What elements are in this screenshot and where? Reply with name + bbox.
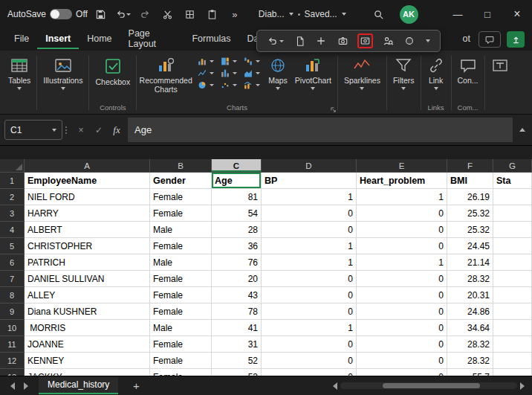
confirm-entry-button[interactable]: ✓: [91, 122, 107, 138]
avatar[interactable]: AK: [400, 5, 418, 24]
tab-insert[interactable]: Insert: [37, 30, 79, 49]
tab-partial-right[interactable]: ot: [455, 30, 479, 49]
search-button[interactable]: [370, 5, 388, 23]
cell-E10[interactable]: 0: [357, 320, 447, 336]
recommended-charts-button[interactable]: Recommended Charts: [139, 54, 192, 97]
cell-A10[interactable]: MORRIS: [25, 320, 150, 336]
cell-E4[interactable]: 0: [357, 222, 447, 238]
formula-bar-expand-button[interactable]: [513, 115, 532, 145]
cell-G3[interactable]: [493, 205, 532, 222]
cell-F13[interactable]: 55.7: [447, 369, 493, 376]
cell-E5[interactable]: 0: [357, 238, 447, 254]
cell-C9[interactable]: 78: [212, 304, 262, 320]
tables-button[interactable]: Tables: [4, 54, 34, 93]
pie-chart-button[interactable]: [195, 80, 215, 91]
insert-cells-button[interactable]: [314, 34, 328, 48]
row-header-6[interactable]: 6: [0, 254, 25, 271]
cell-B8[interactable]: Female: [150, 287, 212, 304]
tab-formulas[interactable]: Formulas: [184, 30, 239, 49]
row-header-10[interactable]: 10: [0, 320, 25, 336]
save-button[interactable]: [92, 5, 110, 23]
cell-C10[interactable]: 41: [212, 320, 262, 336]
name-box[interactable]: C1: [4, 120, 62, 140]
row-header-13[interactable]: 13: [0, 369, 25, 376]
cell-E2[interactable]: 1: [357, 189, 447, 205]
cancel-entry-button[interactable]: ×: [73, 122, 89, 138]
cell-G7[interactable]: [493, 271, 532, 287]
cell-E12[interactable]: 0: [357, 353, 447, 369]
cell-B6[interactable]: Male: [150, 254, 212, 271]
camera-button[interactable]: [336, 34, 350, 48]
cell-D4[interactable]: 0: [262, 222, 357, 238]
scroll-right-icon[interactable]: [520, 382, 525, 390]
cell-A13[interactable]: JACKKY: [25, 369, 150, 376]
formula-bar-handle[interactable]: [62, 115, 70, 145]
cell-A1[interactable]: EmployeeName: [25, 173, 150, 189]
cell-D11[interactable]: 0: [262, 336, 357, 353]
cell-F12[interactable]: 28.32: [447, 353, 493, 369]
maximize-button[interactable]: □: [473, 0, 502, 28]
row-header-3[interactable]: 3: [0, 205, 25, 222]
toolbar-overflow-button[interactable]: »: [226, 5, 244, 23]
row-header-4[interactable]: 4: [0, 222, 25, 238]
autosave-toggle[interactable]: AutoSave Off: [7, 9, 88, 19]
cell-C1[interactable]: Age: [212, 173, 262, 189]
pivotchart-button[interactable]: PivotChart: [291, 54, 335, 93]
column-header-F[interactable]: F: [447, 159, 493, 173]
cell-F8[interactable]: 20.31: [447, 287, 493, 304]
partial-clipped-button[interactable]: [487, 54, 513, 77]
scrollbar-track[interactable]: [340, 382, 517, 389]
charts-dialog-launcher[interactable]: [330, 106, 337, 113]
cell-B3[interactable]: Female: [150, 205, 212, 222]
cell-B5[interactable]: Female: [150, 238, 212, 254]
cell-D9[interactable]: 0: [262, 304, 357, 320]
cell-B12[interactable]: Female: [150, 353, 212, 369]
hierarchy-chart-button[interactable]: [218, 56, 239, 67]
document-title-chevron-icon[interactable]: [289, 13, 293, 16]
cell-E9[interactable]: 0: [357, 304, 447, 320]
redo-button[interactable]: [137, 5, 155, 23]
cell-A8[interactable]: ALLEY: [25, 287, 150, 304]
column-header-C[interactable]: C: [212, 159, 262, 173]
quick-undo-button[interactable]: [265, 34, 285, 48]
share-button[interactable]: [507, 31, 525, 48]
row-header-5[interactable]: 5: [0, 238, 25, 254]
cell-B11[interactable]: Female: [150, 336, 212, 353]
cell-D13[interactable]: 0: [262, 369, 357, 376]
cell-A6[interactable]: PATRICH: [25, 254, 150, 271]
cell-F10[interactable]: 34.64: [447, 320, 493, 336]
combo-chart-button[interactable]: [241, 80, 262, 91]
record-button[interactable]: [403, 34, 416, 48]
cell-A5[interactable]: CHRISTOPHER: [25, 238, 150, 254]
statistic-chart-button[interactable]: [218, 68, 239, 79]
scatter-chart-button[interactable]: [218, 80, 239, 91]
column-header-D[interactable]: D: [262, 159, 357, 173]
row-header-2[interactable]: 2: [0, 189, 25, 205]
lookup-person-button[interactable]: [381, 34, 395, 48]
cell-E11[interactable]: 0: [357, 336, 447, 353]
column-header-B[interactable]: B: [150, 159, 212, 173]
sparklines-button[interactable]: Sparklines: [340, 54, 384, 93]
borders-button[interactable]: [181, 5, 199, 23]
cell-B10[interactable]: Male: [150, 320, 212, 336]
cell-G10[interactable]: [493, 320, 532, 336]
column-chart-button[interactable]: [195, 56, 215, 67]
illustrations-button[interactable]: Illustrations: [39, 54, 86, 93]
cell-E13[interactable]: 0: [357, 369, 447, 376]
cell-D8[interactable]: 0: [262, 287, 357, 304]
tab-home[interactable]: Home: [79, 30, 120, 49]
cell-A3[interactable]: HARRY: [25, 205, 150, 222]
cell-C5[interactable]: 36: [212, 238, 262, 254]
waterfall-chart-button[interactable]: [241, 56, 262, 67]
cell-C11[interactable]: 31: [212, 336, 262, 353]
cell-E3[interactable]: 0: [357, 205, 447, 222]
document-title[interactable]: Diab...: [259, 9, 285, 19]
cell-B2[interactable]: Female: [150, 189, 212, 205]
cell-D12[interactable]: 0: [262, 353, 357, 369]
cell-G1[interactable]: Sta: [493, 173, 532, 189]
row-header-11[interactable]: 11: [0, 336, 25, 353]
cell-E1[interactable]: Heart_problem: [357, 173, 447, 189]
row-header-1[interactable]: 1: [0, 173, 25, 189]
cell-F1[interactable]: BMI: [447, 173, 493, 189]
line-chart-button[interactable]: [195, 68, 215, 79]
